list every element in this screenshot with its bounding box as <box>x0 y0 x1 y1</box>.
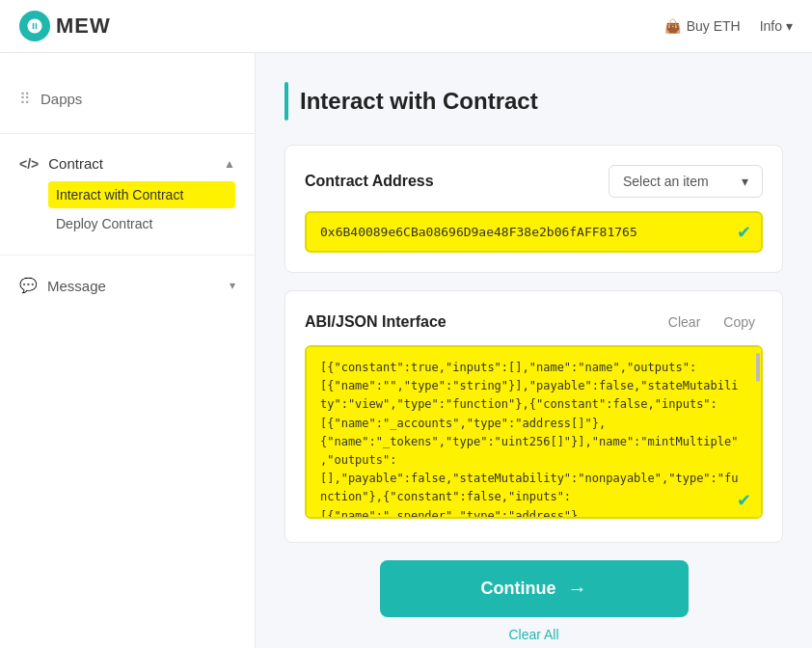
info-button[interactable]: Info ▾ <box>760 18 793 34</box>
page-title-container: Interact with Contract <box>284 82 783 121</box>
scrollbar[interactable] <box>756 353 760 382</box>
sidebar-dapps-section: ⠿ Dapps <box>0 72 255 125</box>
sidebar-divider-2 <box>0 255 255 256</box>
sidebar-contract-section: </> Contract ▲ Interact with Contract De… <box>0 142 255 247</box>
sidebar-sub-items: Interact with Contract Deploy Contract <box>19 181 235 237</box>
arrow-right-icon: → <box>568 578 587 600</box>
sidebar-item-deploy[interactable]: Deploy Contract <box>48 210 235 237</box>
abi-textarea-wrapper: [{"constant":true,"inputs":[],"name":"na… <box>305 345 763 523</box>
sidebar-message-section: 💬 Message ▾ <box>0 263 255 308</box>
abi-actions: Clear Copy <box>661 310 763 334</box>
chevron-down-icon-msg: ▾ <box>230 279 235 292</box>
grid-icon: ⠿ <box>19 90 31 108</box>
sidebar-item-dapps[interactable]: ⠿ Dapps <box>19 82 235 116</box>
sidebar: ⠿ Dapps </> Contract ▲ Interact with Con… <box>0 53 256 648</box>
continue-section: Continue → Clear All <box>284 560 783 642</box>
clear-all-link[interactable]: Clear All <box>508 627 558 642</box>
code-icon: </> <box>19 156 39 172</box>
layout: ⠿ Dapps </> Contract ▲ Interact with Con… <box>0 53 812 648</box>
wallet-icon: 👜 <box>664 18 681 34</box>
contract-address-header: Contract Address Select an item ▾ <box>305 165 763 198</box>
dropdown-chevron-icon: ▾ <box>742 174 748 189</box>
abi-section-header: ABI/JSON Interface Clear Copy <box>305 310 763 334</box>
sidebar-divider <box>0 133 255 134</box>
select-item-dropdown[interactable]: Select an item ▾ <box>609 165 763 198</box>
sidebar-message-label: 💬 Message <box>19 277 106 294</box>
clear-button[interactable]: Clear <box>661 310 708 334</box>
abi-textarea[interactable]: [{"constant":true,"inputs":[],"name":"na… <box>305 345 763 519</box>
contract-address-card: Contract Address Select an item ▾ ✔ <box>284 145 783 273</box>
check-icon: ✔ <box>737 222 751 243</box>
buy-eth-button[interactable]: 👜 Buy ETH <box>664 18 741 34</box>
sidebar-item-interact[interactable]: Interact with Contract <box>48 181 235 208</box>
contract-address-label: Contract Address <box>305 173 434 190</box>
sidebar-message-header[interactable]: 💬 Message ▾ <box>19 271 235 300</box>
logo: MEW <box>19 11 111 41</box>
select-item-label: Select an item <box>623 174 709 189</box>
sidebar-contract-label: </> Contract <box>19 155 103 172</box>
abi-json-card: ABI/JSON Interface Clear Copy [{"constan… <box>284 290 783 543</box>
copy-button[interactable]: Copy <box>716 310 763 334</box>
address-input[interactable] <box>305 211 763 253</box>
message-icon: 💬 <box>19 277 38 294</box>
continue-label: Continue <box>481 579 556 599</box>
title-bar <box>284 82 288 121</box>
address-input-wrapper: ✔ <box>305 211 763 253</box>
chevron-down-icon: ▾ <box>786 18 793 34</box>
main-content: Interact with Contract Contract Address … <box>256 53 812 648</box>
logo-icon <box>19 11 50 41</box>
abi-label: ABI/JSON Interface <box>305 313 447 331</box>
chevron-up-icon: ▲ <box>224 157 235 171</box>
sidebar-contract-header[interactable]: </> Contract ▲ <box>19 149 235 177</box>
abi-check-icon: ✔ <box>737 490 751 511</box>
header: MEW 👜 Buy ETH Info ▾ <box>0 0 812 53</box>
page-title: Interact with Contract <box>300 88 538 115</box>
continue-button[interactable]: Continue → <box>380 560 689 617</box>
logo-text: MEW <box>56 14 111 39</box>
